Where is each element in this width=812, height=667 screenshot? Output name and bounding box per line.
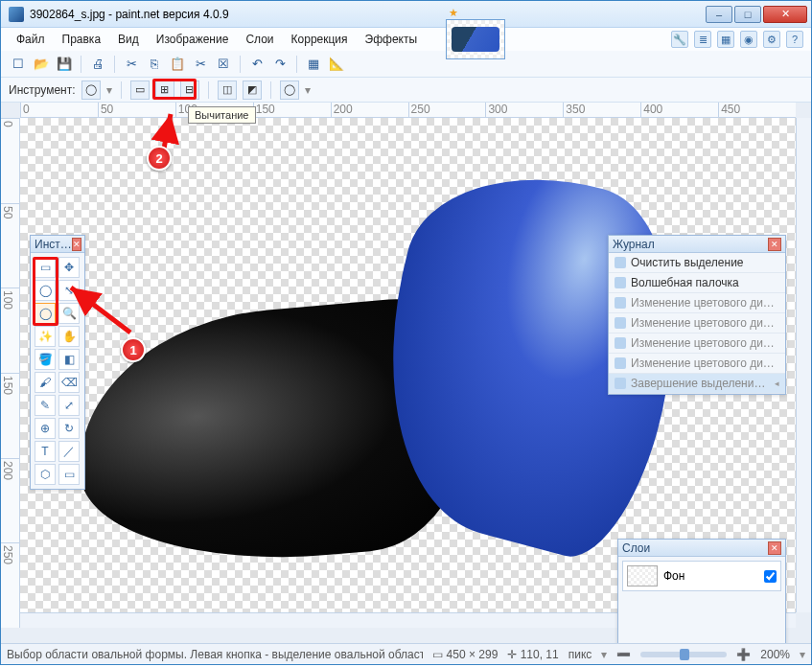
tool-magic-wand-icon[interactable]: ✨ (35, 326, 56, 347)
deselect-icon[interactable]: ☒ (214, 55, 233, 74)
status-unit[interactable]: пикс (568, 648, 592, 661)
layers-panel-close-icon[interactable]: ✕ (768, 541, 781, 555)
selection-shape-icon[interactable]: ◯ (280, 80, 299, 100)
menu-effects[interactable]: Эффекты (358, 30, 426, 49)
status-dims: ▭ 450 × 299 (432, 648, 498, 661)
window-title: 3902864_s.jpg - paint.net версия 4.0.9 (30, 8, 706, 21)
tool-brush-icon[interactable]: 🖌 (35, 372, 56, 393)
statusbar: Выбор области овальной формы. Левая кноп… (1, 643, 811, 664)
help-icon[interactable]: ? (786, 31, 803, 48)
history-item-label: Изменение цветового диапазона (631, 336, 779, 350)
history-item[interactable]: Изменение цветового диапазона (609, 313, 785, 334)
tool-eraser-icon[interactable]: ⌫ (58, 372, 80, 393)
tool-move-selection-icon[interactable]: ⤡ (58, 280, 80, 301)
cut-icon[interactable]: ✂ (122, 55, 141, 74)
history-window-icon[interactable]: ≣ (694, 31, 711, 48)
tool-ellipse-select-icon[interactable]: ◯ (35, 303, 56, 324)
tool-clone-icon[interactable]: ⊕ (35, 418, 56, 439)
tool-label: Инструмент: (9, 83, 76, 97)
history-item[interactable]: Изменение цветового диапазона (609, 293, 785, 313)
crop-icon[interactable]: ✂ (191, 55, 210, 74)
tool-rectangle-icon[interactable]: ▭ (58, 464, 80, 485)
layer-thumb-icon (627, 565, 658, 586)
close-button[interactable]: ✕ (763, 6, 807, 23)
menu-view[interactable]: Вид (110, 30, 147, 49)
tool-options-bar: Инструмент: ◯ ▾ ▭ ⊞ ⊟ ◫ ◩ ◯ ▾ Вычитание (1, 78, 811, 103)
history-item-label: Завершение выделения палочкой (631, 377, 770, 390)
redo-icon[interactable]: ↷ (270, 55, 290, 74)
status-hint: Выбор области овальной формы. Левая кноп… (7, 648, 423, 661)
menu-edit[interactable]: Правка (55, 30, 109, 49)
zoom-in-icon[interactable]: ➕ (736, 648, 751, 661)
chevron-left-icon: ◂ (775, 379, 779, 388)
app-icon (9, 7, 24, 22)
tool-pencil-icon[interactable]: ✎ (35, 395, 56, 416)
selection-replace-icon[interactable]: ▭ (130, 80, 150, 100)
history-item[interactable]: Волшебная палочка (609, 273, 785, 293)
tool-text-icon[interactable]: T (35, 441, 56, 462)
minimize-button[interactable]: – (706, 6, 732, 23)
menu-file[interactable]: Файл (9, 30, 53, 49)
tool-recolor-icon[interactable]: ↻ (58, 418, 80, 439)
status-zoom[interactable]: 200% (760, 648, 790, 661)
colors-window-icon[interactable]: ◉ (740, 31, 757, 48)
paste-icon[interactable]: 📋 (168, 55, 187, 74)
open-icon[interactable]: 📂 (32, 55, 51, 74)
history-item[interactable]: Очистить выделение (609, 253, 785, 273)
tool-rect-select-icon[interactable]: ▭ (35, 257, 56, 278)
new-icon[interactable]: ☐ (9, 55, 28, 74)
menu-adjustments[interactable]: Коррекция (284, 30, 356, 49)
print-icon[interactable]: 🖨 (88, 55, 107, 74)
selection-intersect-icon[interactable]: ◫ (218, 80, 237, 100)
menu-image[interactable]: Изображение (149, 30, 237, 49)
menu-layers[interactable]: Слои (238, 30, 281, 49)
history-panel-close-icon[interactable]: ✕ (768, 238, 781, 251)
tool-ellipse-select-icon[interactable]: ◯ (81, 80, 101, 100)
settings-icon[interactable]: ⚙ (763, 31, 780, 48)
tool-color-picker-icon[interactable]: ⤢ (58, 395, 80, 416)
tool-gradient-icon[interactable]: ◧ (58, 349, 80, 370)
history-list[interactable]: Очистить выделениеВолшебная палочкаИзмен… (609, 253, 785, 394)
history-panel[interactable]: Журнал✕ Очистить выделениеВолшебная пало… (608, 235, 786, 395)
history-item[interactable]: Завершение выделения палочкой◂ (609, 374, 785, 394)
history-item[interactable]: Изменение цветового диапазона (609, 334, 785, 354)
layer-name: Фон (663, 569, 684, 583)
layers-window-icon[interactable]: ▦ (717, 31, 734, 48)
layer-visible-checkbox[interactable] (764, 570, 777, 583)
menubar: Файл Правка Вид Изображение Слои Коррекц… (1, 28, 811, 51)
history-step-icon (615, 297, 626, 309)
layer-item[interactable]: Фон (622, 561, 781, 591)
tool-line-icon[interactable]: ／ (58, 441, 80, 462)
tool-zoom-icon[interactable]: 🔍 (58, 303, 80, 324)
maximize-button[interactable]: □ (734, 6, 761, 23)
document-thumb[interactable] (446, 19, 505, 59)
tool-pan-icon[interactable]: ✋ (58, 326, 80, 347)
ruler-icon[interactable]: 📐 (327, 55, 346, 74)
tools-panel-title: Инст… (35, 238, 72, 251)
tools-panel-close-icon[interactable]: ✕ (72, 238, 81, 251)
titlebar[interactable]: 3902864_s.jpg - paint.net версия 4.0.9 –… (1, 1, 811, 28)
tool-move-icon[interactable]: ✥ (58, 257, 80, 278)
layers-panel[interactable]: Слои✕ Фон + ✕ ⎘ ⇓ ▲ ▼ ⚙ (617, 539, 786, 643)
tools-panel[interactable]: Инст…✕ ▭ ✥ ◯ ⤡ ◯ 🔍 ✨ ✋ 🪣 ◧ 🖌 ⌫ ✎ ⤢ ⊕ ↻ T… (30, 235, 85, 490)
zoom-slider[interactable] (640, 652, 727, 657)
tool-shapes-icon[interactable]: ⬡ (35, 464, 56, 485)
grid-icon[interactable]: ▦ (304, 55, 323, 74)
selection-add-icon[interactable]: ⊞ (155, 80, 174, 100)
tool-window-icon[interactable]: 🔧 (671, 31, 688, 48)
selection-xor-icon[interactable]: ◩ (243, 80, 262, 100)
tool-paint-bucket-icon[interactable]: 🪣 (35, 349, 56, 370)
undo-icon[interactable]: ↶ (247, 55, 267, 74)
history-step-icon (615, 277, 626, 288)
copy-icon[interactable]: ⎘ (145, 55, 164, 74)
history-item-label: Волшебная палочка (631, 276, 779, 289)
selection-subtract-icon[interactable]: ⊟ (180, 80, 199, 100)
tool-lasso-icon[interactable]: ◯ (35, 280, 56, 301)
history-item[interactable]: Изменение цветового диапазона (609, 354, 785, 374)
history-item-label: Очистить выделение (631, 256, 779, 269)
zoom-out-icon[interactable]: ➖ (616, 648, 631, 661)
save-icon[interactable]: 💾 (55, 55, 74, 74)
history-item-label: Изменение цветового диапазона (631, 316, 779, 330)
scrollbar-vertical[interactable] (796, 118, 811, 612)
workarea: 050100150200250300350400450 050100150200… (1, 103, 811, 643)
